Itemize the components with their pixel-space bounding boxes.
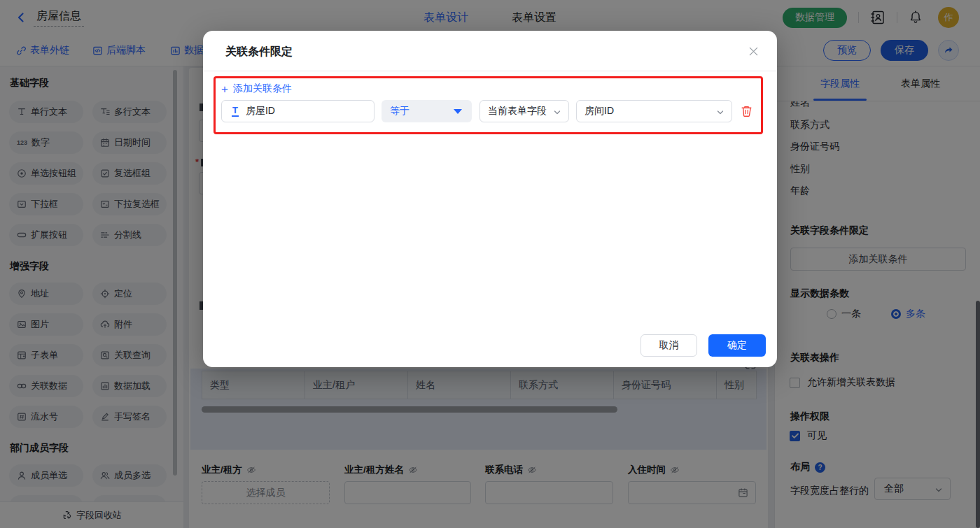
modal-title: 关联条件限定 bbox=[225, 45, 293, 59]
source-type-select[interactable]: 当前表单字段 bbox=[479, 100, 569, 122]
close-icon[interactable] bbox=[745, 43, 762, 59]
operator-value: 等于 bbox=[390, 105, 410, 117]
source-type-value: 当前表单字段 bbox=[488, 105, 547, 117]
condition-modal: 关联条件限定 + 添加关联条件 T 房屋ID 等于 当前表单字段 房间ID bbox=[203, 31, 777, 367]
delete-condition-button[interactable] bbox=[741, 105, 753, 117]
chevron-down-icon bbox=[716, 108, 724, 117]
trash-icon bbox=[741, 105, 752, 117]
condition-row: T 房屋ID 等于 当前表单字段 房间ID bbox=[203, 100, 777, 122]
operator-select[interactable]: 等于 bbox=[382, 100, 472, 122]
plus-icon: + bbox=[221, 83, 228, 95]
caret-down-icon bbox=[454, 109, 462, 114]
single-text-icon: T bbox=[232, 106, 239, 117]
target-field-value: 房间ID bbox=[584, 105, 614, 117]
condition-field-input[interactable]: T 房屋ID bbox=[221, 100, 374, 122]
app-root: 房屋信息 表单设计 表单设置 数据管理 作 表单外链 后端脚本 数据推送 bbox=[0, 0, 980, 528]
cancel-button[interactable]: 取消 bbox=[640, 334, 697, 357]
modal-footer: 取消 确定 bbox=[640, 334, 766, 357]
target-field-select[interactable]: 房间ID bbox=[576, 100, 732, 122]
modal-add-condition-link[interactable]: + 添加关联条件 bbox=[221, 83, 292, 95]
modal-header: 关联条件限定 bbox=[203, 31, 777, 71]
chevron-down-icon bbox=[553, 108, 561, 117]
ok-button[interactable]: 确定 bbox=[708, 334, 766, 357]
condition-field-value: 房屋ID bbox=[246, 105, 275, 117]
